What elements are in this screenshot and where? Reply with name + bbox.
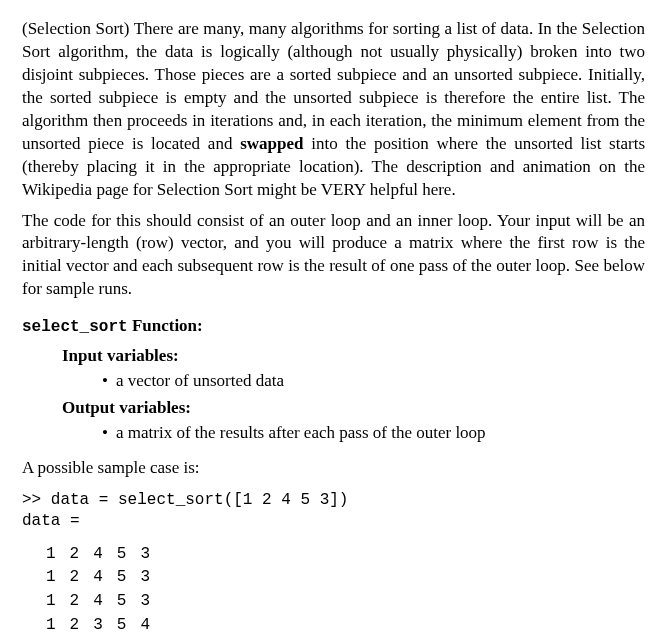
output-matrix: 1 2 4 5 3 1 2 4 5 3 1 2 4 5 3 1 2 3 5 4 … xyxy=(46,543,164,639)
matrix-cell: 3 xyxy=(140,566,164,590)
para1-lead: (Selection Sort) xyxy=(22,19,129,38)
matrix-cell: 1 xyxy=(46,566,70,590)
matrix-cell: 2 xyxy=(70,614,94,638)
sample-case-text: A possible sample case is: xyxy=(22,457,645,480)
matrix-cell: 4 xyxy=(93,566,117,590)
code-line-2: data = xyxy=(22,512,80,530)
matrix-cell: 2 xyxy=(70,543,94,567)
output-bullet-row: •a matrix of the results after each pass… xyxy=(102,422,645,445)
matrix-cell: 3 xyxy=(93,614,117,638)
input-variables-label: Input variables: xyxy=(62,345,645,368)
matrix-cell: 2 xyxy=(70,566,94,590)
input-bullet-text: a vector of unsorted data xyxy=(116,371,284,390)
table-row: 1 2 3 5 4 xyxy=(46,614,164,638)
matrix-cell: 1 xyxy=(46,590,70,614)
matrix-cell: 1 xyxy=(46,614,70,638)
matrix-cell: 5 xyxy=(117,543,141,567)
matrix-cell: 2 xyxy=(70,590,94,614)
matrix-cell: 4 xyxy=(93,543,117,567)
code-block: >> data = select_sort([1 2 4 5 3]) data … xyxy=(22,490,645,533)
matrix-cell: 3 xyxy=(140,590,164,614)
matrix-cell: 4 xyxy=(140,614,164,638)
matrix-cell: 1 xyxy=(46,543,70,567)
matrix-cell: 5 xyxy=(117,590,141,614)
matrix-cell: 3 xyxy=(140,543,164,567)
matrix-cell: 4 xyxy=(93,590,117,614)
table-row: 1 2 4 5 3 xyxy=(46,590,164,614)
function-header: select_sort Function: xyxy=(22,315,645,339)
para1-swapped: swapped xyxy=(240,134,303,153)
matrix-cell: 5 xyxy=(117,566,141,590)
matrix-cell: 5 xyxy=(117,614,141,638)
paragraph-1: (Selection Sort) There are many, many al… xyxy=(22,18,645,202)
table-row: 1 2 4 5 3 xyxy=(46,543,164,567)
function-suffix: Function: xyxy=(128,316,203,335)
input-bullet-row: •a vector of unsorted data xyxy=(102,370,645,393)
code-line-1: >> data = select_sort([1 2 4 5 3]) xyxy=(22,491,348,509)
para1-text-a: There are many, many algorithms for sort… xyxy=(22,19,645,153)
output-bullet-text: a matrix of the results after each pass … xyxy=(116,423,486,442)
output-variables-label: Output variables: xyxy=(62,397,645,420)
paragraph-2: The code for this should consist of an o… xyxy=(22,210,645,302)
table-row: 1 2 4 5 3 xyxy=(46,566,164,590)
function-name: select_sort xyxy=(22,318,128,336)
bullet-icon: • xyxy=(102,422,116,445)
bullet-icon: • xyxy=(102,370,116,393)
